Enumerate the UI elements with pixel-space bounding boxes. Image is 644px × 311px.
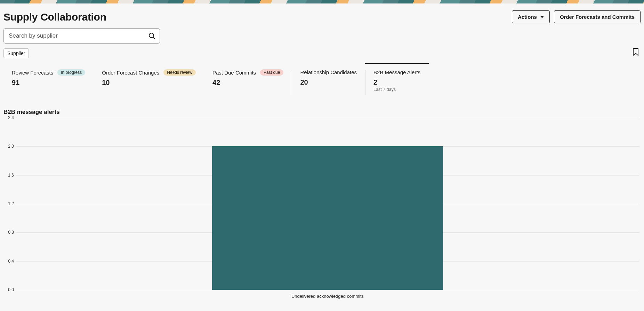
card-label: Past Due Commits — [212, 70, 256, 76]
chart-ytick: 0.0 — [3, 287, 14, 292]
summary-card-2[interactable]: Past Due CommitsPast due42 — [204, 69, 292, 95]
ofc-button-label: Order Forecasts and Commits — [560, 14, 635, 20]
card-label: Review Forecasts — [12, 70, 53, 76]
chart-ytick: 0.4 — [3, 259, 14, 264]
status-badge: Needs review — [163, 69, 196, 76]
card-label: Relationship Candidates — [300, 69, 357, 75]
summary-card-4[interactable]: B2B Message Alerts2Last 7 days — [365, 69, 429, 95]
header-actions: Actions Order Forecasts and Commits — [512, 10, 641, 23]
decorative-banner — [0, 0, 644, 3]
b2b-alerts-chart: Undelivered acknowledged commits 0.00.40… — [3, 118, 641, 299]
bookmark-icon[interactable] — [632, 48, 639, 57]
actions-button[interactable]: Actions — [512, 10, 550, 23]
chart-ytick: 2.4 — [3, 115, 14, 120]
supplier-filter-chip[interactable]: Supplier — [3, 48, 29, 58]
chart-x-category-label: Undelivered acknowledged commits — [16, 294, 639, 299]
chart-ytick: 1.6 — [3, 173, 14, 178]
status-badge: Past due — [260, 69, 283, 76]
card-value: 42 — [212, 79, 283, 87]
search-input[interactable] — [8, 32, 148, 40]
chart-ytick: 1.2 — [3, 201, 14, 206]
card-label: Order Forecast Changes — [102, 70, 159, 76]
card-value: 20 — [300, 78, 357, 86]
chart-gridline — [16, 290, 639, 290]
chart-bar — [212, 146, 443, 290]
order-forecasts-commits-button[interactable]: Order Forecasts and Commits — [554, 10, 641, 23]
search-icon[interactable] — [148, 32, 156, 40]
card-label: B2B Message Alerts — [373, 69, 420, 75]
svg-line-1 — [153, 37, 155, 39]
section-title: B2B message alerts — [3, 109, 641, 116]
chart-ytick: 0.8 — [3, 230, 14, 235]
card-subtext: Last 7 days — [373, 87, 420, 92]
chart-ytick: 2.0 — [3, 144, 14, 149]
summary-cards: Review ForecastsIn progress91Order Forec… — [3, 69, 641, 95]
card-value: 10 — [102, 79, 196, 87]
chevron-down-icon — [540, 16, 544, 18]
status-badge: In progress — [57, 69, 85, 76]
page-title: Supply Collaboration — [3, 11, 106, 23]
search-input-wrap[interactable] — [3, 28, 160, 44]
card-value: 91 — [12, 79, 85, 87]
actions-button-label: Actions — [518, 14, 537, 20]
summary-card-1[interactable]: Order Forecast ChangesNeeds review10 — [94, 69, 204, 95]
summary-card-3[interactable]: Relationship Candidates20 — [292, 69, 365, 95]
summary-card-0[interactable]: Review ForecastsIn progress91 — [3, 69, 94, 95]
chart-gridline — [16, 118, 639, 118]
card-value: 2 — [373, 78, 420, 86]
